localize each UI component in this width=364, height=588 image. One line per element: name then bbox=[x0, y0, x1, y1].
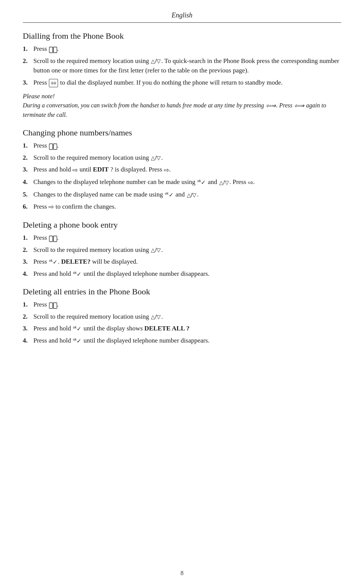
list-item: 4. Press and hold ok✓ until the displaye… bbox=[23, 336, 341, 346]
phonebook-icon bbox=[49, 46, 56, 52]
please-note-section: Please note! During a conversation, you … bbox=[23, 93, 341, 119]
hook-arrow-icon: ⇦⇒ bbox=[266, 101, 276, 110]
hook-arrow-icon: ⇨ bbox=[72, 165, 78, 175]
list-content: Changes to the displayed name can be mad… bbox=[33, 190, 341, 200]
list-content: Press ≡≡ to dial the displayed number. I… bbox=[33, 78, 341, 88]
triangles-icon: △/▽ bbox=[219, 179, 229, 187]
svg-rect-10 bbox=[53, 303, 57, 308]
list-num: 1. bbox=[23, 44, 33, 54]
triangles-icon: △/▽ bbox=[151, 57, 161, 65]
list-num: 4. bbox=[23, 177, 33, 187]
triangles-icon: △/▽ bbox=[187, 191, 197, 199]
section-deleting-entry-title: Deleting a phone book entry bbox=[23, 220, 341, 230]
list-content: Press ok✓. DELETE? will be displayed. bbox=[33, 257, 341, 267]
svg-rect-9 bbox=[49, 303, 53, 308]
list-item: 1. Press . bbox=[23, 44, 341, 54]
list-content: Changes to the displayed telephone numbe… bbox=[33, 177, 341, 187]
list-item: 4. Press and hold ok✓ until the displaye… bbox=[23, 269, 341, 279]
hook-arrow-icon-2: ⇨ bbox=[164, 165, 169, 175]
ok-icon: ok✓ bbox=[73, 325, 82, 333]
list-content: Press and hold ok✓ until the display sho… bbox=[33, 324, 341, 333]
list-num: 1. bbox=[23, 300, 33, 310]
triangles-icon: △/▽ bbox=[151, 154, 161, 162]
list-item: 6. Press ⇨ to confirm the changes. bbox=[23, 202, 341, 212]
please-note-title: Please note! bbox=[23, 93, 341, 100]
please-note-body: During a conversation, you can switch fr… bbox=[23, 101, 341, 119]
page-header: English bbox=[23, 11, 341, 23]
svg-rect-4 bbox=[53, 144, 57, 149]
hook-arrow-icon-2: ⇦⇒ bbox=[294, 101, 304, 110]
list-content: Scroll to the required memory location u… bbox=[33, 153, 341, 163]
svg-rect-1 bbox=[53, 47, 57, 53]
list-item: 3. Press ok✓. DELETE? will be displayed. bbox=[23, 257, 341, 267]
section-dialling-title: Dialling from the Phone Book bbox=[23, 31, 341, 41]
dialling-list: 1. Press . 2. Scroll to the required mem… bbox=[23, 44, 341, 87]
ok-icon: ok✓ bbox=[165, 191, 174, 200]
list-content: Press . bbox=[33, 141, 341, 151]
phonebook-icon bbox=[49, 235, 56, 241]
triangles-icon: △/▽ bbox=[151, 246, 161, 254]
list-content: Press and hold ok✓ until the displayed t… bbox=[33, 269, 341, 279]
triangles-icon: △/▽ bbox=[151, 313, 161, 321]
ok-icon: ok✓ bbox=[73, 270, 82, 279]
page-footer: 8 bbox=[0, 570, 364, 577]
deleting-entry-list: 1. Press . 2. Scroll to the required mem… bbox=[23, 233, 341, 278]
list-content: Press and hold ok✓ until the displayed t… bbox=[33, 336, 341, 346]
svg-rect-3 bbox=[49, 144, 53, 149]
list-item: 2. Scroll to the required memory locatio… bbox=[23, 245, 341, 255]
page-number: 8 bbox=[180, 570, 184, 576]
language-label: English bbox=[171, 11, 192, 19]
list-num: 4. bbox=[23, 336, 33, 346]
list-item: 4. Changes to the displayed telephone nu… bbox=[23, 177, 341, 187]
list-content: Scroll to the required memory location u… bbox=[33, 245, 341, 255]
list-item: 2. Scroll to the required memory locatio… bbox=[23, 312, 341, 322]
list-content: Scroll to the required memory location u… bbox=[33, 56, 341, 75]
list-item: 2. Scroll to the required memory locatio… bbox=[23, 56, 341, 75]
list-item: 5. Changes to the displayed name can be … bbox=[23, 190, 341, 200]
list-item: 1. Press . bbox=[23, 300, 341, 310]
list-content: Scroll to the required memory location u… bbox=[33, 312, 341, 322]
list-num: 2. bbox=[23, 245, 33, 255]
list-num: 2. bbox=[23, 312, 33, 322]
ok-icon: ok✓ bbox=[198, 178, 206, 187]
section-dialling: Dialling from the Phone Book 1. Press . … bbox=[23, 31, 341, 87]
list-num: 1. bbox=[23, 233, 33, 243]
section-deleting-all-title: Deleting all entries in the Phone Book bbox=[23, 287, 341, 297]
list-content: Press . bbox=[33, 300, 341, 310]
list-num: 3. bbox=[23, 78, 33, 88]
list-num: 4. bbox=[23, 269, 33, 279]
svg-rect-7 bbox=[53, 236, 57, 242]
list-content: Press ⇨ to confirm the changes. bbox=[33, 202, 341, 212]
list-content: Press . bbox=[33, 233, 341, 243]
list-num: 3. bbox=[23, 165, 33, 175]
hook-arrow-icon: ⇨ bbox=[49, 202, 54, 212]
phonebook-icon bbox=[49, 302, 56, 308]
edit-label: EDIT bbox=[93, 166, 109, 173]
section-deleting-entry: Deleting a phone book entry 1. Press . 2… bbox=[23, 220, 341, 278]
list-item: 3. Press and hold ⇨ until EDIT ? is disp… bbox=[23, 165, 341, 175]
section-changing: Changing phone numbers/names 1. Press . … bbox=[23, 128, 341, 212]
page-container: English Dialling from the Phone Book 1. … bbox=[0, 0, 364, 588]
dial-icon: ≡≡ bbox=[49, 79, 58, 87]
deleting-all-list: 1. Press . 2. Scroll to the required mem… bbox=[23, 300, 341, 345]
list-num: 6. bbox=[23, 202, 33, 212]
changing-list: 1. Press . 2. Scroll to the required mem… bbox=[23, 141, 341, 212]
list-content: Press . bbox=[33, 44, 341, 54]
section-deleting-all: Deleting all entries in the Phone Book 1… bbox=[23, 287, 341, 345]
list-item: 1. Press . bbox=[23, 141, 341, 151]
list-num: 2. bbox=[23, 56, 33, 66]
hook-arrow-icon: ⇨ bbox=[248, 178, 253, 188]
svg-rect-6 bbox=[49, 236, 53, 242]
list-num: 1. bbox=[23, 141, 33, 151]
ok-icon: ok✓ bbox=[49, 258, 58, 267]
list-item: 3. Press ≡≡ to dial the displayed number… bbox=[23, 78, 341, 88]
ok-icon: ok✓ bbox=[73, 337, 82, 346]
list-item: 3. Press and hold ok✓ until the display … bbox=[23, 324, 341, 333]
list-item: 2. Scroll to the required memory locatio… bbox=[23, 153, 341, 163]
list-item: 1. Press . bbox=[23, 233, 341, 243]
list-num: 5. bbox=[23, 190, 33, 200]
delete-label: DELETE? bbox=[61, 258, 90, 265]
delete-all-label: DELETE ALL ? bbox=[144, 325, 190, 332]
svg-rect-0 bbox=[49, 47, 53, 53]
section-changing-title: Changing phone numbers/names bbox=[23, 128, 341, 138]
